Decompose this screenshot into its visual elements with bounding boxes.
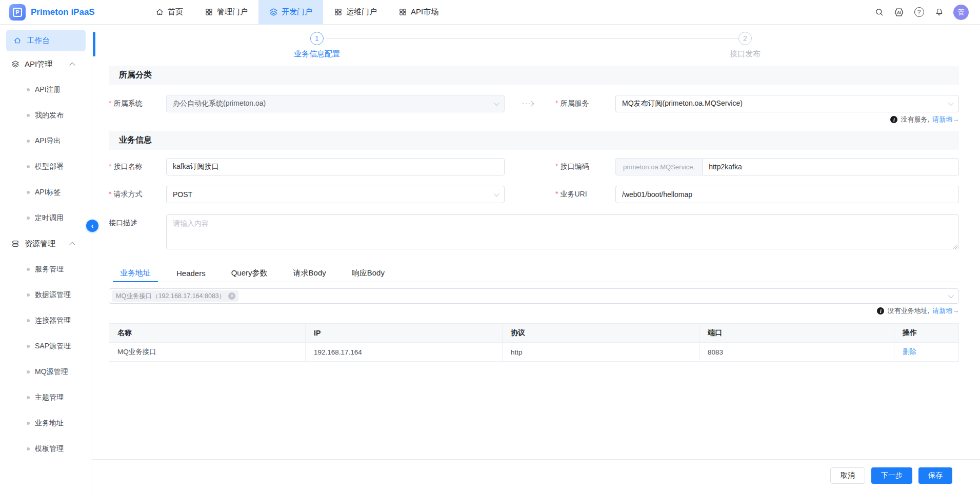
tab-business-address[interactable]: 业务地址 <box>113 265 158 282</box>
nav-item-dev-portal[interactable]: 开发门户 <box>258 0 323 25</box>
tab-response-body[interactable]: 响应Body <box>345 265 392 282</box>
sidebar-item-service-management[interactable]: 服务管理 <box>0 257 92 282</box>
sidebar-item-api-register[interactable]: API注册 <box>0 77 92 103</box>
sidebar-item-scheduled-call[interactable]: 定时调用 <box>0 205 92 231</box>
service-label: 所属服务 <box>553 99 615 108</box>
info-icon: i <box>877 307 884 315</box>
table-row: MQ业务接口 192.168.17.164 http 8083 删除 <box>109 343 959 362</box>
avatar[interactable]: 管 <box>953 5 969 20</box>
description-textarea[interactable] <box>166 214 959 249</box>
bell-icon[interactable] <box>933 7 945 18</box>
sidebar-item-template-management[interactable]: 模板管理 <box>0 436 92 462</box>
sidebar-item-connector-management[interactable]: 连接器管理 <box>0 308 92 333</box>
step-api-publish: 2 接口发布 <box>694 25 796 59</box>
nav-item-label: 管理门户 <box>217 7 248 17</box>
next-step-button[interactable]: 下一步 <box>871 467 912 484</box>
tab-headers[interactable]: Headers <box>169 265 213 282</box>
bullet-icon <box>27 345 30 348</box>
footer-action-bar: 取消 下一步 保存 <box>92 459 980 491</box>
cell-port: 8083 <box>699 343 894 362</box>
sidebar-item-api-tags[interactable]: API标签 <box>0 180 92 205</box>
address-tag-label: MQ业务接口（192.168.17.164:8083） <box>116 292 225 301</box>
api-name-label: 接口名称 <box>109 162 166 171</box>
method-select[interactable]: POST <box>166 186 505 203</box>
system-select[interactable]: 办公自动化系统(primeton.oa) <box>166 95 505 112</box>
uri-input[interactable] <box>622 190 952 199</box>
col-name: 名称 <box>109 324 306 343</box>
chevron-down-icon <box>948 292 954 298</box>
delete-row-link[interactable]: 删除 <box>903 348 916 356</box>
sidebar-group-resource-management[interactable]: 资源管理 <box>0 231 92 257</box>
remove-tag-icon[interactable]: × <box>228 292 235 300</box>
api-name-field-wrap <box>166 158 505 175</box>
dashed-arrow-icon <box>522 100 537 108</box>
sidebar-item-label: 业务地址 <box>35 419 64 428</box>
add-address-link[interactable]: 请新增→ <box>932 306 959 316</box>
sidebar-item-business-address[interactable]: 业务地址 <box>0 410 92 436</box>
sidebar-item-api-export[interactable]: API导出 <box>0 128 92 154</box>
sidebar-item-label: 数据源管理 <box>35 290 71 300</box>
service-hint: i 没有服务,请新增→ <box>109 114 959 125</box>
address-multiselect[interactable]: MQ业务接口（192.168.17.164:8083） × <box>109 288 959 304</box>
sidebar-item-model-deploy[interactable]: 模型部署 <box>0 154 92 180</box>
nav-item-label: API市场 <box>411 7 438 17</box>
stepper: 1 业务信息配置 2 接口发布 <box>92 25 980 66</box>
sidebar: 工作台 API管理 API注册 我的发布 API导出 模型部署 API标签 定时… <box>0 25 92 491</box>
info-icon: i <box>890 116 897 123</box>
step-number: 1 <box>310 32 324 45</box>
header-actions: AI ? 管 <box>873 5 980 20</box>
cancel-button[interactable]: 取消 <box>830 467 865 484</box>
cell-ip: 192.168.17.164 <box>306 343 503 362</box>
api-name-input[interactable] <box>173 163 498 171</box>
brand-logo-icon: P <box>9 4 26 21</box>
sidebar-item-label: API注册 <box>35 85 61 94</box>
bullet-icon <box>27 370 30 374</box>
add-service-link[interactable]: 请新增→ <box>932 115 959 124</box>
tab-query-params[interactable]: Query参数 <box>224 265 275 282</box>
home-icon <box>13 36 22 45</box>
uri-label: 业务URI <box>553 190 615 199</box>
step-number: 2 <box>738 32 752 45</box>
search-icon[interactable] <box>873 7 885 18</box>
home-icon <box>155 8 164 16</box>
layers-icon <box>269 8 278 16</box>
bullet-icon <box>27 217 30 220</box>
address-tag: MQ业务接口（192.168.17.164:8083） × <box>112 290 238 302</box>
sidebar-item-label: API导出 <box>35 136 61 146</box>
sidebar-group-api-management[interactable]: API管理 <box>0 51 92 77</box>
sidebar-item-sap-source-management[interactable]: SAP源管理 <box>0 333 92 359</box>
nav-item-label: 开发门户 <box>282 7 312 17</box>
nav-item-home[interactable]: 首页 <box>145 0 194 25</box>
sidebar-item-label: 主题管理 <box>35 393 64 402</box>
api-code-input[interactable] <box>709 163 952 171</box>
nav-item-label: 运维门户 <box>346 7 377 17</box>
bullet-icon <box>27 191 30 194</box>
sidebar-item-datasource-management[interactable]: 数据源管理 <box>0 282 92 308</box>
nav-item-ops-portal[interactable]: 运维门户 <box>323 0 388 25</box>
sidebar-collapse-button[interactable]: ‹ <box>86 220 98 232</box>
col-ip: IP <box>306 324 503 343</box>
sidebar-item-topic-management[interactable]: 主题管理 <box>0 385 92 410</box>
help-icon[interactable]: ? <box>913 7 925 18</box>
ai-assistant-icon[interactable]: AI <box>893 7 905 18</box>
nav-item-label: 首页 <box>168 7 183 17</box>
sidebar-item-label: 定时调用 <box>35 213 64 223</box>
resize-grip[interactable] <box>953 244 957 249</box>
sidebar-item-mq-source-management[interactable]: MQ源管理 <box>0 359 92 385</box>
tab-request-body[interactable]: 请求Body <box>286 265 333 282</box>
col-port: 端口 <box>699 324 894 343</box>
sidebar-item-label: 连接器管理 <box>35 316 71 325</box>
chevron-up-icon <box>69 62 75 68</box>
save-button[interactable]: 保存 <box>918 467 952 484</box>
system-label: 所属系统 <box>109 99 166 108</box>
sidebar-item-my-publish[interactable]: 我的发布 <box>0 103 92 128</box>
nav-item-api-market[interactable]: API市场 <box>388 0 449 25</box>
step-label: 接口发布 <box>694 49 796 59</box>
nav-item-admin-portal[interactable]: 管理门户 <box>194 0 258 25</box>
svg-text:AI: AI <box>897 10 901 14</box>
sidebar-item-workbench[interactable]: 工作台 <box>6 30 86 51</box>
address-hint: i 没有业务地址,请新增→ <box>109 305 959 317</box>
service-select[interactable]: MQ发布订阅(primeton.oa.MQService) <box>615 95 959 112</box>
address-table: 名称 IP 协议 端口 操作 MQ业务接口 192.168.17.164 htt… <box>109 323 959 362</box>
col-action: 操作 <box>894 324 959 343</box>
